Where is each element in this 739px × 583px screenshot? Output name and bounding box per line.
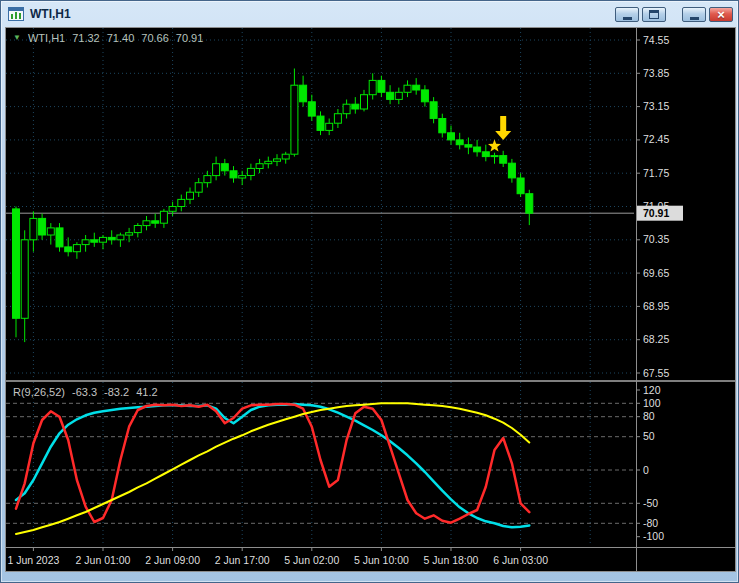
candle-body	[204, 176, 211, 183]
candle-body	[465, 145, 472, 147]
time-axis[interactable]	[6, 548, 735, 571]
candle-body	[13, 209, 20, 318]
candle-body	[100, 237, 107, 242]
candle-body	[152, 221, 159, 223]
candle-body	[21, 240, 28, 318]
candle-body	[256, 164, 263, 169]
candle-body	[73, 245, 80, 252]
candle-body	[369, 80, 376, 94]
candle-body	[291, 85, 298, 154]
window-controls: ×	[612, 7, 733, 22]
quick-trade-dropdown-icon[interactable]: ▼	[13, 34, 21, 42]
candle-body	[265, 161, 272, 163]
candle-body	[430, 102, 437, 119]
window-close-button[interactable]: ×	[709, 7, 733, 22]
candle-body	[213, 164, 220, 176]
candle-body	[30, 218, 37, 239]
panel-separator	[6, 380, 735, 382]
candle-body	[160, 211, 167, 223]
chart-window: WTI,H1 × 74.5573.8573.1572.4571.7571.057…	[0, 0, 739, 583]
candle-body	[491, 156, 498, 157]
candle-body	[361, 95, 368, 109]
indicator-line-3	[16, 403, 529, 534]
candle-body	[343, 104, 350, 114]
app-chart-icon	[8, 7, 24, 21]
maximize-icon	[649, 10, 659, 19]
price-axis[interactable]	[636, 28, 735, 571]
chart-area[interactable]: 74.5573.8573.1572.4571.7571.0570.3569.65…	[5, 27, 736, 572]
candle-body	[326, 123, 333, 130]
candle-body	[517, 178, 524, 194]
candle-body	[404, 85, 411, 92]
candle-body	[317, 116, 324, 130]
close-icon: ×	[717, 8, 725, 21]
candle-body	[221, 164, 228, 171]
minimize-icon	[623, 17, 632, 20]
candle-body	[65, 247, 72, 252]
candle-body	[387, 92, 394, 99]
candle-body	[56, 228, 63, 247]
candle-body	[448, 133, 455, 140]
candle-body	[334, 114, 341, 124]
candle-body	[526, 194, 533, 214]
candle-body	[108, 237, 115, 239]
candle-body	[421, 90, 428, 102]
candle-body	[195, 183, 202, 193]
indicator-line-1	[16, 404, 529, 523]
candle-body	[508, 163, 515, 178]
candle-body	[39, 218, 46, 235]
chart-minimize-button[interactable]	[615, 7, 639, 22]
candle-body	[47, 228, 54, 235]
candle-body	[308, 102, 315, 116]
minimize-icon	[690, 17, 699, 20]
candle-body	[456, 140, 463, 145]
candle-body	[482, 152, 489, 157]
candle-body	[143, 221, 150, 226]
candle-body	[378, 80, 385, 92]
sell-signal-arrow-icon	[495, 116, 511, 140]
window-minimize-button[interactable]	[682, 7, 706, 22]
candle-body	[187, 192, 194, 199]
candle-body	[300, 85, 307, 102]
candle-body	[474, 147, 481, 152]
candle-body	[178, 199, 185, 206]
candlestick-chart[interactable]: 74.5573.8573.1572.4571.7571.0570.3569.65…	[6, 28, 735, 571]
candle-body	[169, 207, 176, 212]
candle-body	[117, 235, 124, 240]
candle-body	[282, 154, 289, 159]
candle-body	[500, 156, 507, 164]
signal-star-icon	[488, 139, 501, 151]
candle-body	[91, 240, 98, 242]
candle-body	[247, 168, 254, 175]
window-title: WTI,H1	[30, 7, 71, 21]
candle-body	[239, 176, 246, 178]
candle-body	[413, 85, 420, 90]
title-bar[interactable]: WTI,H1 ×	[1, 1, 738, 27]
candle-body	[274, 159, 281, 161]
candle-body	[134, 226, 141, 233]
candle-body	[126, 233, 133, 235]
chart-maximize-button[interactable]	[642, 7, 666, 22]
candle-body	[395, 92, 402, 99]
candle-body	[439, 119, 446, 133]
candle-body	[230, 171, 237, 178]
candle-body	[82, 240, 89, 245]
candle-body	[352, 104, 359, 109]
